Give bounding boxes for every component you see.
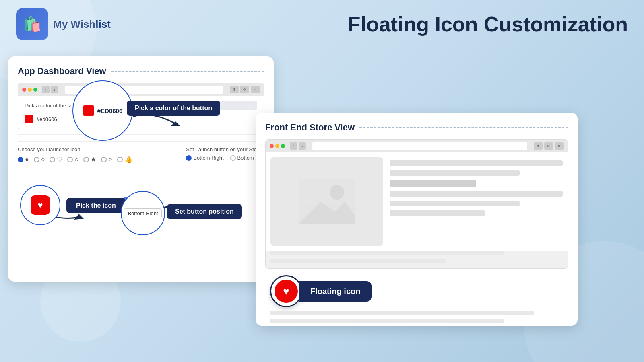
- svg-point-4: [330, 185, 344, 200]
- icon-display: ♥: [31, 195, 50, 215]
- product-image: [270, 157, 383, 246]
- store-dot-green: [281, 144, 285, 148]
- logo-icon: 🛍️: [23, 16, 41, 33]
- radio-icon-2[interactable]: ○: [34, 156, 45, 163]
- detail-line-5: [390, 201, 520, 206]
- store-browser-action-2[interactable]: ⟳: [544, 142, 553, 150]
- icon-shape-1: ●: [25, 156, 29, 163]
- detail-line-6: [390, 210, 485, 216]
- pick-color-btn-wrapper: Pick a color of the button: [127, 101, 220, 116]
- pos-label-display: Bottom Right: [124, 208, 161, 218]
- detail-line-2: [390, 170, 520, 176]
- floating-heart-icon: ♥: [283, 285, 289, 298]
- radio-icon-5[interactable]: ★: [83, 156, 96, 163]
- bottom-line-2: [270, 259, 446, 263]
- store-panel: Front End Store View ‹ › ⬆ ⟳ ≡: [256, 113, 578, 326]
- store-browser-action-3[interactable]: ≡: [555, 142, 564, 150]
- icon-shape-4: ○: [74, 156, 78, 163]
- pick-icon-button[interactable]: Pick the icon: [66, 198, 126, 213]
- page-title: Floating Icon Customization: [348, 12, 628, 36]
- color-swatch[interactable]: [25, 115, 33, 123]
- store-browser-bar: ‹ › ⬆ ⟳ ≡: [266, 140, 568, 152]
- radio-dot-2: [34, 157, 39, 162]
- store-browser-action-1[interactable]: ⬆: [534, 142, 543, 150]
- floating-btn-inner: ♥: [275, 280, 298, 303]
- browser-action-1[interactable]: ⬆: [230, 86, 239, 93]
- callout-color-swatch: [83, 105, 94, 116]
- pick-color-button[interactable]: Pick a color of the button: [127, 101, 220, 116]
- floating-label: Floating icon: [299, 281, 372, 302]
- callout-hex-text: #ED0606: [97, 107, 123, 114]
- extra-line-2: [270, 319, 504, 323]
- store-browser-mock: ‹ › ⬆ ⟳ ≡: [265, 139, 568, 269]
- icon-shape-7: 👍: [124, 156, 132, 163]
- store-label: Front End Store View: [265, 122, 568, 133]
- store-nav-back[interactable]: ‹: [290, 142, 297, 150]
- dashboard-label: App Dashboard View: [18, 66, 264, 76]
- browser-action-2[interactable]: ⟳: [240, 86, 249, 93]
- radio-dot-6: [101, 157, 107, 162]
- extra-line-1: [270, 311, 534, 315]
- radio-dot-3: [50, 157, 55, 162]
- radio-icon-4[interactable]: ○: [67, 156, 78, 163]
- store-dashed-divider: [359, 127, 568, 128]
- radio-dot-4: [67, 157, 73, 162]
- product-image-svg: [299, 179, 355, 224]
- dashboard-panel: App Dashboard View ‹ › ⬆ ⟳ ≡ Pic: [8, 56, 274, 282]
- browser-action-3[interactable]: ≡: [251, 86, 260, 93]
- section-divider-1: [18, 134, 264, 135]
- detail-line-3: [390, 180, 476, 187]
- header: 🛍️ My Wishlist Floating Icon Customizati…: [0, 0, 644, 48]
- store-dot-yellow: [275, 144, 279, 148]
- radio-dot-5: [83, 157, 89, 162]
- radio-icon-7[interactable]: 👍: [117, 156, 132, 163]
- detail-line-1: [390, 160, 563, 166]
- bottom-line-1: [270, 251, 504, 255]
- nav-forward[interactable]: ›: [51, 86, 58, 93]
- position-label: Set Launch button on your Storef: [186, 146, 264, 152]
- icon-shape-3: ♡: [57, 156, 62, 163]
- browser-actions: ⬆ ⟳ ≡: [230, 86, 260, 93]
- icon-radios: ● ○ ♡ ○ ★: [18, 156, 132, 163]
- radio-icon-1[interactable]: ●: [18, 156, 29, 163]
- dashed-divider: [111, 71, 264, 72]
- browser-bar: ‹ › ⬆ ⟳ ≡: [18, 83, 264, 96]
- app-name: My Wishlist: [53, 18, 111, 31]
- radio-icon-3[interactable]: ♡: [50, 156, 62, 163]
- dot-yellow: [28, 88, 32, 92]
- radio-circle-left: [230, 155, 236, 161]
- icon-section-label: Choose your launcher Icon: [18, 146, 132, 152]
- extra-lines: [265, 311, 568, 323]
- position-radio-right[interactable]: Bottom Right: [186, 155, 223, 161]
- store-dot-red: [270, 144, 274, 148]
- browser-nav: ‹ ›: [42, 86, 58, 93]
- store-browser-content: [266, 152, 568, 251]
- icon-shape-2: ○: [41, 156, 45, 163]
- icon-shape-6: ○: [108, 156, 112, 163]
- set-position-button[interactable]: Set button position: [167, 204, 242, 219]
- browser-dots: [22, 88, 37, 92]
- radio-icon-6[interactable]: ○: [101, 156, 112, 163]
- floating-icon-demo: ♥ Floating icon: [270, 275, 563, 307]
- nav-back[interactable]: ‹: [42, 86, 50, 93]
- icon-shape-5: ★: [91, 156, 96, 163]
- product-details: [390, 157, 563, 246]
- logo-box: 🛍️: [16, 8, 48, 40]
- store-bottom-lines: [266, 251, 568, 268]
- callout-color-circle: #ED0606: [72, 80, 133, 141]
- store-url-bar: [312, 142, 527, 150]
- detail-line-4: [390, 191, 563, 197]
- logo-area: 🛍️ My Wishlist: [16, 8, 111, 40]
- position-radios: Bottom Right Bottom Left: [186, 155, 264, 161]
- store-browser-dots: [270, 144, 285, 148]
- dot-green: [33, 88, 37, 92]
- store-nav-forward[interactable]: ›: [299, 142, 306, 150]
- icon-heart: ♥: [37, 200, 43, 210]
- radio-dot-1: [18, 157, 23, 162]
- color-hash: #ed0606: [37, 116, 57, 122]
- callout-position-circle: Bottom Right: [121, 191, 165, 235]
- store-browser-actions: ⬆ ⟳ ≡: [534, 142, 564, 150]
- callout-color-inner: #ED0606: [83, 105, 123, 116]
- radio-circle-right: [186, 155, 192, 161]
- floating-btn[interactable]: ♥: [270, 275, 302, 307]
